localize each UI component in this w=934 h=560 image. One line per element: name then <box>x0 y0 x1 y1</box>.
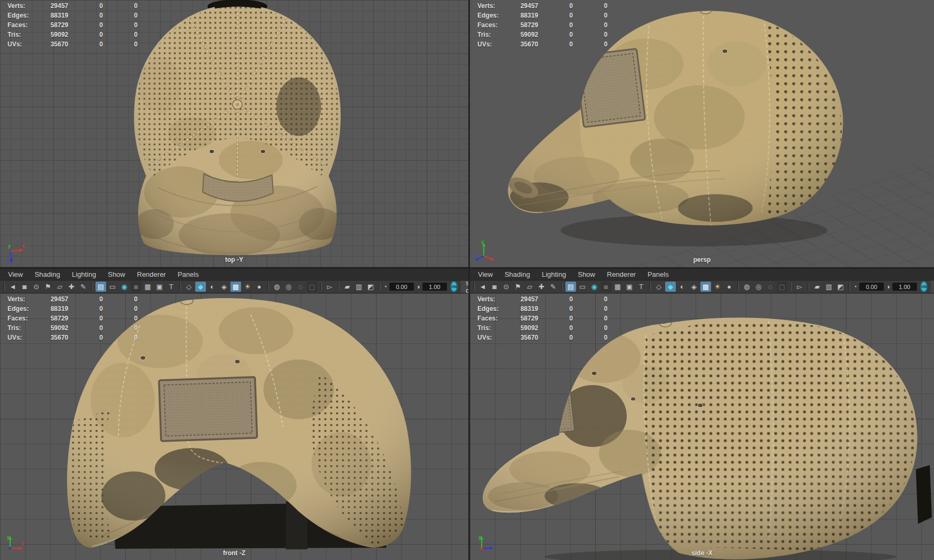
menu-item[interactable]: Renderer <box>131 269 172 280</box>
poly-count-hud: Verts:2945700 Edges:8831900 Faces:587290… <box>477 1 608 49</box>
anti-alias-icon[interactable]: ◌ <box>295 282 306 292</box>
select-camera-icon[interactable]: ◄ <box>477 282 488 292</box>
grid-toggle-icon[interactable]: ▤ <box>565 282 576 292</box>
occlusion-icon[interactable]: ◍ <box>272 282 282 292</box>
menu-item[interactable]: Shading <box>29 269 66 280</box>
bookmark-icon[interactable]: ⚑ <box>513 282 523 292</box>
anti-alias-icon[interactable]: ◌ <box>765 282 776 292</box>
panel-front-view: ViewShadingLightingShowRendererPanels ◄◙… <box>0 269 468 560</box>
safe-title-icon[interactable]: T <box>636 282 646 292</box>
image-plane-icon[interactable]: ▱ <box>524 282 535 292</box>
exposure-field[interactable]: 0.00 <box>859 283 884 291</box>
menu-item[interactable]: Shading <box>499 269 536 280</box>
menu-item[interactable]: Show <box>102 269 131 280</box>
svg-text:x: x <box>22 243 25 249</box>
wireframe-icon[interactable]: ◇ <box>653 282 664 292</box>
wireframe-on-shaded-icon[interactable]: ◐ <box>677 282 688 292</box>
field-chart-icon[interactable]: ▦ <box>612 282 623 292</box>
pan-zoom-icon[interactable]: ✚ <box>536 282 547 292</box>
xray-icon[interactable]: ▰ <box>342 282 353 292</box>
film-gate-icon[interactable]: ▭ <box>107 282 118 292</box>
separator <box>91 283 93 291</box>
shaded-icon[interactable]: ◆ <box>665 282 676 292</box>
grid-toggle-icon[interactable]: ▤ <box>95 282 106 292</box>
safe-title-icon[interactable]: T <box>166 282 177 292</box>
shadows-icon[interactable]: ● <box>254 282 265 292</box>
gamma-field[interactable]: 1.00 <box>892 283 917 291</box>
menu-item[interactable]: Show <box>572 269 601 280</box>
checker-material-icon[interactable]: ▩ <box>700 282 711 292</box>
resize-icon[interactable]: ◩ <box>365 282 376 292</box>
svg-text:z: z <box>491 541 494 546</box>
contrast-icon[interactable]: ◑ <box>416 282 420 292</box>
motion-blur-icon[interactable]: ◎ <box>283 282 294 292</box>
menu-item[interactable]: Renderer <box>601 269 642 280</box>
xray-joints-icon[interactable]: ▥ <box>824 282 834 292</box>
viewport-front[interactable]: Verts:2945700 Edges:8831900 Faces:587290… <box>0 293 468 560</box>
lock-camera-icon[interactable]: ◙ <box>489 282 500 292</box>
motion-blur-icon[interactable]: ◎ <box>753 282 764 292</box>
hud-row: Faces:5872900 <box>477 314 608 323</box>
hud-row: Faces:5872900 <box>7 20 138 30</box>
grease-pencil-icon[interactable]: ✎ <box>78 282 89 292</box>
checker-material-icon[interactable]: ▩ <box>230 282 241 292</box>
viewport-top[interactable]: Verts:2945700 Edges:8831900 Faces:587290… <box>0 0 468 267</box>
wireframe-on-shaded-icon[interactable]: ◐ <box>207 282 218 292</box>
textured-icon[interactable]: ◈ <box>689 282 699 292</box>
panel-top-view: Verts:2945700 Edges:8831900 Faces:587290… <box>0 0 468 267</box>
film-gate-icon[interactable]: ▭ <box>577 282 588 292</box>
contrast-icon[interactable]: ◑ <box>886 282 890 292</box>
camera-attributes-icon[interactable]: ⊙ <box>31 282 42 292</box>
isolate-select-icon[interactable]: ▻ <box>324 282 335 292</box>
exposure-icon[interactable]: ◔ <box>383 282 387 292</box>
pan-zoom-icon[interactable]: ✚ <box>66 282 77 292</box>
textured-icon[interactable]: ◈ <box>219 282 229 292</box>
wireframe-icon[interactable]: ◇ <box>183 282 194 292</box>
resolution-gate-icon[interactable]: ◉ <box>119 282 130 292</box>
isolate-select-icon[interactable]: ▻ <box>794 282 805 292</box>
resize-icon[interactable]: ◩ <box>835 282 846 292</box>
hud-row: Tris:5909200 <box>477 30 608 39</box>
exposure-icon[interactable]: ◔ <box>853 282 857 292</box>
select-camera-icon[interactable]: ◄ <box>7 282 18 292</box>
colorspace-label[interactable]: sRGB gamma <box>931 281 934 293</box>
shadows-icon[interactable]: ● <box>724 282 735 292</box>
lights-icon[interactable]: ☀ <box>242 282 253 292</box>
svg-text:y: y <box>7 534 10 540</box>
hud-row: UVs:3567000 <box>7 333 138 342</box>
menu-item[interactable]: View <box>472 269 499 280</box>
colorspace-on-toggle[interactable]: ON <box>920 281 928 292</box>
viewport-side[interactable]: Verts:2945700 Edges:8831900 Faces:587290… <box>470 293 934 560</box>
shaded-icon[interactable]: ◆ <box>195 282 206 292</box>
colorspace-label[interactable]: sRGB gamma <box>461 281 468 293</box>
image-plane-icon[interactable]: ▱ <box>54 282 65 292</box>
hud-row: Tris:5909200 <box>7 323 138 333</box>
menu-item[interactable]: Panels <box>642 269 675 280</box>
safe-action-icon[interactable]: ▣ <box>624 282 635 292</box>
field-chart-icon[interactable]: ▦ <box>142 282 153 292</box>
gamma-field[interactable]: 1.00 <box>422 283 447 291</box>
resolution-gate-icon[interactable]: ◉ <box>589 282 600 292</box>
gate-mask-icon[interactable]: ◙ <box>131 282 141 292</box>
fog-icon[interactable]: ▢ <box>307 282 317 292</box>
fog-icon[interactable]: ▢ <box>777 282 787 292</box>
viewport-persp[interactable]: Verts:2945700 Edges:8831900 Faces:587290… <box>470 0 934 267</box>
bookmark-icon[interactable]: ⚑ <box>43 282 53 292</box>
lock-camera-icon[interactable]: ◙ <box>19 282 30 292</box>
gate-mask-icon[interactable]: ◙ <box>601 282 611 292</box>
xray-icon[interactable]: ▰ <box>812 282 823 292</box>
xray-joints-icon[interactable]: ▥ <box>354 282 364 292</box>
hud-row: Verts:2945700 <box>7 1 138 11</box>
occlusion-icon[interactable]: ◍ <box>741 282 752 292</box>
exposure-field[interactable]: 0.00 <box>389 283 414 291</box>
menu-item[interactable]: Lighting <box>66 269 102 280</box>
safe-action-icon[interactable]: ▣ <box>154 282 165 292</box>
viewport-label-side: side -X <box>470 549 934 557</box>
camera-attributes-icon[interactable]: ⊙ <box>501 282 512 292</box>
grease-pencil-icon[interactable]: ✎ <box>548 282 558 292</box>
menu-item[interactable]: Lighting <box>536 269 572 280</box>
menu-item[interactable]: Panels <box>172 269 205 280</box>
lights-icon[interactable]: ☀ <box>712 282 723 292</box>
colorspace-on-toggle[interactable]: ON <box>450 281 458 292</box>
menu-item[interactable]: View <box>2 269 29 280</box>
